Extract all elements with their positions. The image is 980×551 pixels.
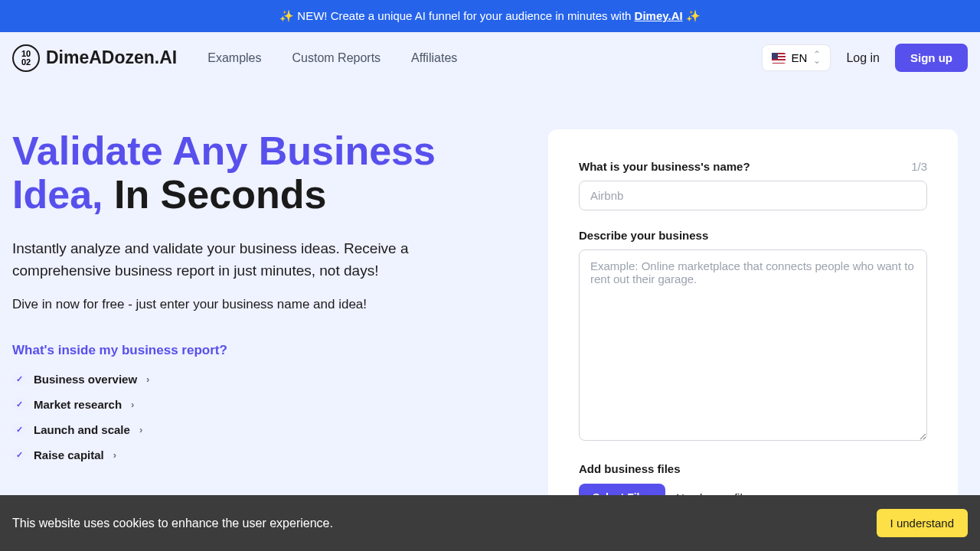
login-link[interactable]: Log in [846,51,880,65]
feature-label: Market research [34,398,122,411]
feature-list: ✓ Business overview › ✓ Market research … [12,372,502,461]
cookie-banner: This website uses cookies to enhance the… [0,495,980,551]
describe-label: Describe your business [579,229,708,242]
headline-black: In Seconds [114,172,326,217]
nav-right: EN ⌃⌄ Log in Sign up [762,44,968,72]
cookie-text: This website uses cookies to enhance the… [12,517,333,530]
logo[interactable]: 1002 DimeADozen.AI [12,44,177,72]
brand-name: DimeADozen.AI [46,47,177,68]
flag-us-icon [772,53,786,64]
hero-section: Validate Any Business Idea, In Seconds I… [12,129,502,542]
subheadline: Instantly analyze and validate your busi… [12,238,456,282]
feature-label: Launch and scale [34,423,130,436]
navbar: 1002 DimeADozen.AI Examples Custom Repor… [0,32,980,83]
cookie-accept-button[interactable]: I understand [877,509,968,537]
feature-launch-scale[interactable]: ✓ Launch and scale › [12,422,502,436]
cta-line: Dive in now for free - just enter your b… [12,297,502,312]
chevron-updown-icon: ⌃⌄ [813,52,821,63]
form-card: What is your business's name? 1/3 Descri… [548,129,958,542]
chevron-right-icon: › [146,373,149,385]
nav-examples[interactable]: Examples [207,51,261,65]
step-indicator: 1/3 [911,160,927,173]
nav-affiliates[interactable]: Affiliates [411,51,457,65]
feature-business-overview[interactable]: ✓ Business overview › [12,372,502,386]
feature-raise-capital[interactable]: ✓ Raise capital › [12,448,502,461]
logo-icon: 1002 [12,44,40,72]
describe-textarea[interactable] [579,249,927,441]
report-header: What's inside my business report? [12,343,502,358]
chevron-right-icon: › [139,424,142,435]
main-content: Validate Any Business Idea, In Seconds I… [0,83,980,542]
banner-prefix: ✨ NEW! Create a unique AI funnel for you… [279,9,634,22]
business-name-input[interactable] [579,181,927,210]
language-selector[interactable]: EN ⌃⌄ [762,44,831,71]
check-icon: ✓ [12,448,26,461]
headline: Validate Any Business Idea, In Seconds [12,129,502,217]
check-icon: ✓ [12,422,26,436]
check-icon: ✓ [12,397,26,411]
feature-label: Business overview [34,373,137,386]
feature-market-research[interactable]: ✓ Market research › [12,397,502,411]
chevron-right-icon: › [131,399,134,410]
business-name-label: What is your business's name? [579,160,750,173]
promo-banner: ✨ NEW! Create a unique AI funnel for you… [0,0,980,32]
files-label: Add business files [579,462,681,475]
banner-link[interactable]: Dimey.AI [635,9,683,22]
nav-links: Examples Custom Reports Affiliates [207,51,457,65]
check-icon: ✓ [12,372,26,386]
language-code: EN [792,51,808,64]
feature-label: Raise capital [34,448,104,461]
nav-custom-reports[interactable]: Custom Reports [292,51,381,65]
chevron-right-icon: › [113,449,116,461]
banner-suffix: ✨ [683,9,701,22]
form-section: What is your business's name? 1/3 Descri… [548,129,958,542]
signup-button[interactable]: Sign up [895,44,968,72]
